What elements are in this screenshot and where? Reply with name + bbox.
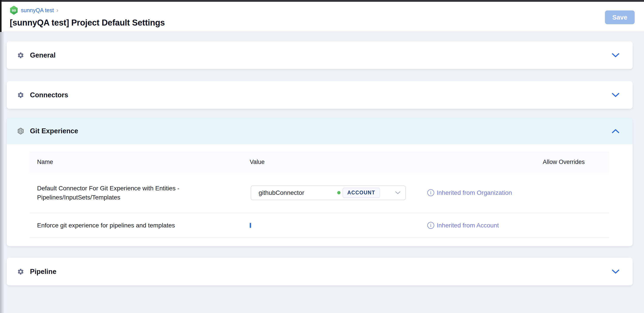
project-hexagon-icon: ∞	[10, 6, 18, 15]
section-card-connectors: Connectors	[7, 81, 633, 109]
chevron-down-icon[interactable]	[611, 92, 620, 98]
info-icon: i	[427, 189, 434, 196]
column-header-allow-overrides: Allow Overrides	[427, 159, 609, 165]
section-title-pipeline: Pipeline	[30, 268, 56, 276]
info-icon: i	[427, 222, 434, 229]
caret-down-icon	[395, 191, 401, 195]
gear-icon	[17, 92, 24, 99]
section-card-general: General	[7, 41, 633, 69]
accordion-header-general[interactable]: General	[7, 41, 633, 69]
section-title-git-experience: Git Experience	[30, 127, 78, 135]
window-left-edge	[0, 0, 2, 32]
gear-icon	[17, 52, 24, 59]
git-experience-settings-table: Name Value Allow Overrides Default Conne…	[7, 144, 633, 246]
inherited-from-account-tag[interactable]: i Inherited from Account	[427, 222, 552, 229]
accordion-header-git-experience[interactable]: Git Experience	[7, 118, 633, 144]
chevron-up-icon[interactable]	[611, 128, 620, 134]
setting-name-enforce-git-experience: Enforce git experience for pipelines and…	[37, 221, 250, 230]
inherited-cell: i Inherited from Organization	[427, 189, 552, 196]
chevron-down-icon[interactable]	[611, 269, 620, 274]
column-header-name: Name	[30, 159, 250, 165]
setting-name-default-connector: Default Connector For Git Experience wit…	[37, 184, 250, 202]
accordion-header-connectors[interactable]: Connectors	[7, 81, 633, 109]
enforce-git-experience-checkbox[interactable]	[250, 223, 251, 228]
page-header: ∞ sunnyQA test › [sunnyQA test] Project …	[0, 2, 644, 32]
column-header-value: Value	[250, 159, 427, 165]
gear-icon	[17, 268, 24, 275]
inherited-label: Inherited from Account	[437, 222, 499, 229]
setting-name-cell: Enforce git experience for pipelines and…	[30, 221, 250, 230]
sidebar-edge-shadow	[0, 32, 4, 313]
connector-scope-badge: ACCOUNT	[342, 188, 380, 198]
connector-select-value: githubConnector	[258, 189, 337, 196]
connector-status-dot	[337, 191, 340, 194]
save-button[interactable]: Save	[605, 11, 635, 24]
breadcrumb-chevron-icon: ›	[56, 7, 58, 14]
inherited-cell: i Inherited from Account	[427, 222, 552, 229]
inherited-label: Inherited from Organization	[437, 189, 512, 196]
section-title-connectors: Connectors	[30, 91, 68, 99]
connector-select[interactable]: githubConnector ACCOUNT	[251, 185, 406, 200]
table-row: Default Connector For Git Experience wit…	[30, 173, 609, 213]
browser-top-bar	[0, 0, 644, 2]
table-header-row: Name Value Allow Overrides	[30, 152, 609, 173]
table-row: Enforce git experience for pipelines and…	[30, 213, 609, 238]
setting-value-cell	[250, 223, 427, 227]
setting-value-cell: githubConnector ACCOUNT	[250, 185, 427, 200]
section-card-git-experience: Git Experience Name Value Allow Override…	[7, 118, 633, 246]
settings-content: General Connectors Git Experience	[7, 32, 633, 285]
page-title: [sunnyQA test] Project Default Settings	[10, 18, 635, 28]
section-card-pipeline: Pipeline	[7, 258, 633, 285]
section-title-general: General	[30, 51, 56, 59]
breadcrumb-project-link[interactable]: sunnyQA test	[21, 7, 54, 14]
setting-name-cell: Default Connector For Git Experience wit…	[30, 184, 250, 202]
settings-code-icon	[17, 128, 24, 135]
breadcrumb: ∞ sunnyQA test ›	[10, 5, 635, 15]
inherited-from-organization-tag[interactable]: i Inherited from Organization	[427, 189, 552, 196]
chevron-down-icon[interactable]	[611, 53, 620, 58]
accordion-header-pipeline[interactable]: Pipeline	[7, 258, 633, 285]
